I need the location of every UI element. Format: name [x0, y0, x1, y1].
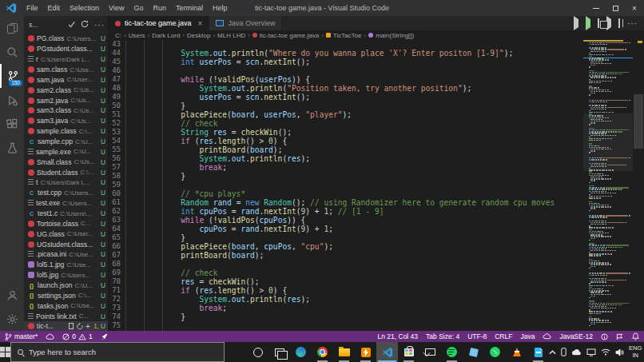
- display-icon[interactable]: [586, 348, 596, 356]
- changed-file-row[interactable]: Ctest1.cC:\Users\...U: [24, 209, 108, 219]
- mail-button[interactable]: [419, 342, 441, 362]
- changed-file-row[interactable]: Small.classC:\Us...U: [24, 157, 108, 167]
- breadcrumb-item[interactable]: Users: [129, 32, 145, 39]
- eol-sequence[interactable]: CRLF: [495, 332, 512, 340]
- problems-indicator[interactable]: 0 1: [62, 332, 92, 340]
- changed-file-row[interactable]: lol5.1.jpgC:\Use...U: [24, 260, 108, 270]
- breadcrumb-item[interactable]: main(String[]): [368, 32, 414, 39]
- changed-file-row[interactable]: Csample.cppC:\U...U: [24, 137, 108, 147]
- changed-file-row[interactable]: tC:\Users\Dark L...U: [24, 177, 108, 188]
- breadcrumb-item[interactable]: TicTacToe: [326, 32, 362, 39]
- run-button[interactable]: [574, 19, 578, 27]
- encoding[interactable]: UTF-8: [467, 332, 487, 340]
- jdk-version[interactable]: JavaSE-12: [559, 332, 593, 340]
- sync-changes-button[interactable]: [46, 333, 54, 340]
- git-branch-indicator[interactable]: master*: [5, 332, 38, 341]
- changed-file-row[interactable]: {}tasks.jsonC:\Use...U: [24, 300, 108, 311]
- menu-file[interactable]: File: [22, 0, 43, 16]
- spotify-button[interactable]: [441, 342, 463, 362]
- breadcrumb-item[interactable]: Dark Lord: [152, 32, 180, 39]
- activity-run-debug[interactable]: [0, 88, 24, 112]
- volume-icon[interactable]: [615, 348, 624, 356]
- breadcrumb-item[interactable]: C:: [115, 32, 121, 39]
- menu-view[interactable]: View: [104, 0, 129, 16]
- changed-file-row[interactable]: test.exeC:\Users...U: [24, 198, 108, 209]
- java-ready-indicator[interactable]: [101, 332, 109, 340]
- changed-file-row[interactable]: Tortoise.classC...U: [24, 218, 108, 229]
- close-tab-icon[interactable]: ×: [198, 19, 203, 28]
- taskbar-search-box[interactable]: Type here to search: [10, 342, 225, 362]
- activity-explorer[interactable]: [0, 16, 24, 40]
- vscode-taskbar-button[interactable]: [376, 342, 398, 362]
- indentation[interactable]: Tab Size: 4: [426, 332, 459, 340]
- minimap[interactable]: [583, 40, 633, 331]
- cursor-position[interactable]: Ln 21, Col 43: [378, 332, 419, 340]
- notifications-button[interactable]: [632, 332, 639, 340]
- changed-file-row[interactable]: sam2.classC:\Us...U: [24, 85, 108, 95]
- breadcrumb-item[interactable]: Desktop: [187, 32, 210, 39]
- changed-file-row[interactable]: UG.classC:\User...U: [24, 229, 108, 239]
- language-mode[interactable]: Java: [520, 332, 535, 340]
- more-actions-button[interactable]: ···: [627, 19, 638, 28]
- changed-file-row[interactable]: sam.javaC:\User...U: [24, 74, 108, 85]
- menu-selection[interactable]: Selection: [65, 0, 104, 16]
- changed-file-row[interactable]: PG.classC:\Users...U: [24, 34, 108, 44]
- tab-tic-tac-toe-game-java[interactable]: tic-tac-toe game.java×: [109, 16, 209, 30]
- changed-file-row[interactable]: tic-t...+1,U: [24, 321, 108, 331]
- activity-search[interactable]: [0, 40, 24, 64]
- changed-file-row[interactable]: PGstudent.class...U: [24, 44, 108, 54]
- changed-file-row[interactable]: sam.classC:\Use...U: [24, 65, 108, 75]
- breadcrumb-item[interactable]: tic-tac-toe game.java: [252, 32, 319, 39]
- changed-file-row[interactable]: Ctest.cppC:\Users...U: [24, 188, 108, 198]
- file-explorer-button[interactable]: [333, 342, 355, 362]
- changed-file-row[interactable]: sample.classC:\...U: [24, 126, 108, 137]
- activity-source-control[interactable]: 150: [0, 64, 24, 88]
- more-button[interactable]: ···: [94, 21, 105, 30]
- commit-button[interactable]: [68, 21, 75, 30]
- activity-extensions[interactable]: [0, 112, 24, 136]
- activity-testing[interactable]: [0, 136, 24, 160]
- language-indicator[interactable]: ENGIN: [629, 345, 642, 359]
- vlc-button[interactable]: [506, 342, 527, 362]
- split-editor-button[interactable]: [618, 19, 620, 27]
- changed-file-row[interactable]: .picasa.iniC:\Use...U: [24, 249, 108, 260]
- orange-app-button[interactable]: [355, 342, 376, 362]
- editor-scrollbar[interactable]: [633, 40, 644, 331]
- changed-file-row[interactable]: sam3.classC:\Us...U: [24, 105, 108, 116]
- activity-account[interactable]: [0, 283, 24, 307]
- changed-file-row[interactable]: sample.exeC:\U...U: [24, 146, 108, 157]
- refresh-button[interactable]: [81, 20, 89, 30]
- maximize-button[interactable]: [606, 0, 625, 16]
- discard-changes-button[interactable]: [76, 323, 83, 330]
- changed-file-row[interactable]: {}launch.jsonC:\U...U: [24, 280, 108, 291]
- microsoft-store-button[interactable]: [398, 342, 419, 362]
- stage-changes-button[interactable]: +: [85, 322, 90, 331]
- open-changes-button[interactable]: [598, 19, 599, 27]
- menu-help[interactable]: Help: [208, 0, 233, 16]
- open-file-button[interactable]: [69, 323, 74, 329]
- hidden-icons-chevron[interactable]: [549, 350, 556, 355]
- wifi-icon[interactable]: [601, 348, 610, 356]
- debug-run-button[interactable]: [586, 19, 590, 27]
- changed-file-row[interactable]: lol5.jpgC:\Users...U: [24, 270, 108, 280]
- menu-edit[interactable]: Edit: [43, 0, 66, 16]
- changed-file-row[interactable]: UGstudent.class...U: [24, 239, 108, 249]
- changed-file-row[interactable]: Student.classC:\...U: [24, 167, 108, 177]
- changed-file-row[interactable]: rC:\Users\Dark L...U: [24, 54, 108, 65]
- menu-terminal[interactable]: Terminal: [171, 0, 208, 16]
- feedback-button[interactable]: [616, 333, 624, 340]
- menu-go[interactable]: Go: [129, 0, 148, 16]
- onedrive-cloud-icon[interactable]: [571, 348, 582, 356]
- chrome-button[interactable]: [312, 342, 333, 362]
- java-info-button[interactable]: [601, 333, 608, 340]
- changed-file-row[interactable]: sam2.javaC:\Us...U: [24, 95, 108, 105]
- code-editor[interactable]: 4344 System.out.println("Where do you wa…: [109, 40, 644, 331]
- phone-icon[interactable]: [561, 348, 566, 356]
- cortana-button[interactable]: [247, 342, 268, 362]
- breadcrumb[interactable]: C:›Users›Dark Lord›Desktop›MLH LHD›tic-t…: [109, 30, 644, 40]
- whatsapp-button[interactable]: [484, 342, 506, 362]
- menu-run[interactable]: Run: [148, 0, 171, 16]
- changed-file-row[interactable]: {}settings.jsonC:\...U: [24, 290, 108, 300]
- changed-file-row[interactable]: Points link.txtC...U: [24, 311, 108, 321]
- breadcrumb-item[interactable]: MLH LHD: [217, 32, 245, 39]
